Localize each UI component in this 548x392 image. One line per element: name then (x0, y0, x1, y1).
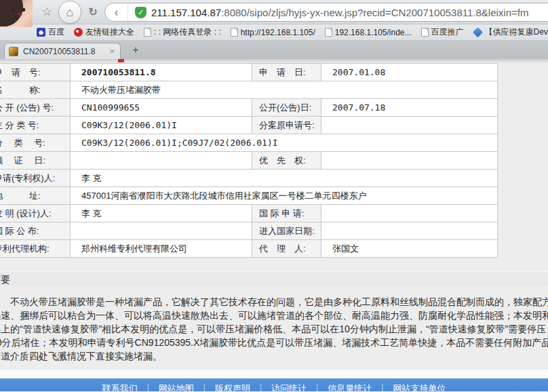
bookmark-label: 百度推广 (431, 26, 464, 38)
page-content: 申 请 号: 200710053811.8 申 请 日: 2007.01.08 … (0, 59, 548, 391)
bookmark-item-baidu[interactable]: 百度 (37, 26, 64, 38)
footer-link-visit-stats[interactable]: 访问统计 (271, 383, 307, 391)
field-label: 优 先 权: (252, 152, 321, 170)
field-label: 申请(专利权)人: (0, 170, 71, 187)
bookmark-item-baidu-promo[interactable]: 百度推广 (421, 26, 464, 38)
publication-number: CN100999655 (71, 99, 252, 117)
applicant-address: 457001河南省濮阳市大庆路北段城市信用社家属区一号楼二单元四楼东户 (71, 187, 498, 205)
footer-link-sitemap[interactable]: 网站地图 (159, 383, 194, 391)
field-label: 进入国家日期: (252, 222, 321, 240)
bookmark-star-icon[interactable]: ☆ (38, 4, 56, 20)
bookmark-item-fax-login[interactable]: : : 网络传真登录 : : (144, 26, 221, 38)
field-label: 分 类 号: (0, 134, 71, 152)
bookmarks-bar: 百度 友情链接大全 : : 网络传真登录 : : http://192.168.… (0, 24, 548, 41)
table-row: 地 址: 457001河南省濮阳市大庆路北段城市信用社家属区一号楼二单元四楼东户 (0, 187, 498, 205)
footer-link-copyright[interactable]: 版权声明 (215, 383, 250, 391)
field-label: 公开(公告)日: (252, 99, 321, 117)
international-publication (71, 222, 252, 240)
page-icon (231, 28, 238, 37)
agent-name: 张国文 (321, 240, 498, 258)
bookmark-item-devco[interactable]: 【供应得复康Devco... (473, 26, 548, 38)
url-host: 211.157.104.87 (151, 7, 221, 18)
field-label: 专利代理机构: (0, 240, 71, 258)
field-label: 申 请 号: (0, 64, 71, 81)
baidu-icon (37, 28, 45, 37)
url-path: :8080/sipo/zljs/hyjs-yx-new.jsp?recid=CN… (221, 7, 528, 18)
footer-separator: | (260, 383, 262, 391)
abstract-line: 50分后堵住；本发明和申请专利号CN91205395.X堵漏胶带比优点是可以带压… (0, 336, 548, 349)
table-row: 申 请 号: 200710053811.8 申 请 日: 2007.01.08 (0, 64, 498, 81)
bookmark-label: 百度 (48, 26, 64, 38)
devco-icon (472, 27, 482, 37)
national-entry-date (321, 222, 498, 240)
page-icon (144, 28, 151, 37)
application-date: 2007.01.08 (321, 64, 498, 81)
bookmark-label: 【供应得复康Devco... (485, 26, 548, 38)
bookmark-label: 友情链接大全 (85, 26, 134, 38)
patent-detail-table: 申 请 号: 200710053811.8 申 请 日: 2007.01.08 … (0, 63, 498, 258)
inventor-name: 李 克 (71, 205, 252, 222)
division-original-number (321, 117, 498, 134)
footer-gap-strip (0, 370, 548, 378)
footer-separator: | (381, 383, 383, 391)
tab-close-icon[interactable]: × (108, 47, 116, 56)
field-label: 分案原申请号: (252, 117, 321, 134)
footer-separator: | (147, 383, 149, 391)
field-label: 国 际 公 布: (0, 222, 71, 240)
table-row: 颁 证 日: 优 先 权: (0, 152, 498, 170)
abstract-line: 迅速、捆绑后可以粘合为一体、可以将高温快速散热出去、可以施堵管道的各个部位、耐高… (0, 309, 548, 322)
patent-title: 不动火带压堵漏胶带 (71, 81, 498, 99)
field-label: 名 称: (0, 81, 71, 99)
url-bar[interactable]: ‹ 211.157.104.87:8080/sipo/zljs/hyjs-yx-… (104, 3, 548, 22)
red-marker (118, 59, 124, 62)
back-button[interactable]: ‹ (105, 3, 128, 21)
tab-favicon (9, 47, 18, 56)
abstract-line: 管道介质四处飞溅情况下直接实施堵漏。 (0, 349, 548, 363)
security-shield-icon[interactable] (135, 7, 146, 18)
home-button[interactable]: ⌂ (58, 1, 81, 24)
browser-toolbar: ☆ ⌂ ↻ ‹ 211.157.104.87:8080/sipo/zljs/hy… (0, 0, 548, 24)
tab-active[interactable]: CN200710053811.8 × (4, 43, 121, 59)
field-label: 申 请 日: (252, 64, 321, 81)
field-label: 地 址: (0, 187, 71, 205)
priority (321, 152, 498, 170)
field-label: 颁 证 日: (0, 152, 71, 170)
field-label: 代 理 人: (252, 240, 321, 258)
publication-date: 2007.07.18 (321, 99, 498, 117)
international-application (321, 205, 498, 222)
main-class-code: C09K3/12(2006.01)I (71, 117, 252, 134)
footer-link-support-unit[interactable]: 网站支持单位 (393, 383, 446, 391)
refresh-button[interactable]: ↻ (84, 4, 102, 20)
table-row: 申请(专利权)人: 李 克 (0, 170, 498, 187)
field-label: 国 际 申 请: (252, 205, 321, 222)
field-label: 公 开 (公告) 号: (0, 99, 71, 117)
bookmark-item-ip-105-index[interactable]: 192.168.1.105/inde... (325, 28, 412, 37)
abstract-line: 不动火带压堵漏胶带是一种堵漏产品，它解决了其它技术存在的问题，它是由多种化工原料… (0, 295, 548, 309)
applicant-name: 李 克 (71, 170, 498, 187)
footer-link-contact[interactable]: 联系我们 (102, 383, 138, 391)
table-row: 专利代理机构: 郑州科维专利代理有限公司 代 理 人: 张国文 (0, 240, 498, 258)
class-codes: C09K3/12(2006.01)I;C09J7/02(2006.01)I (71, 134, 498, 152)
abstract-text: 不动火带压堵漏胶带是一种堵漏产品，它解决了其它技术存在的问题，它是由多种化工原料… (0, 295, 548, 363)
abstract-heading: 摘要 (0, 271, 548, 286)
table-row: 国 际 公 布: 进入国家日期: (0, 222, 498, 240)
site-footer: 联系我们 | 网站地图 | 版权声明 | 访问统计 | 信息量统计 | 网站支持… (0, 378, 548, 391)
bookmark-label: : : 网络传真登录 : : (154, 26, 221, 38)
field-label: 发 明 (设计)人: (0, 205, 71, 222)
bookmark-item-links[interactable]: 友情链接大全 (74, 26, 134, 38)
table-row: 主 分 类 号: C09K3/12(2006.01)I 分案原申请号: (0, 117, 498, 134)
certificate-date (71, 152, 252, 170)
page-icon (421, 28, 429, 37)
url-text: 211.157.104.87:8080/sipo/zljs/hyjs-yx-ne… (151, 7, 528, 18)
bookmark-item-ip-105[interactable]: http://192.168.1.105/ (231, 28, 315, 37)
new-tab-button[interactable]: + (128, 43, 144, 57)
bookmark-label: 192.168.1.105/inde... (335, 28, 412, 37)
webcam-photo (0, 0, 33, 27)
footer-link-info-stats[interactable]: 信息量统计 (328, 383, 372, 391)
browser-window: ☆ ⌂ ↻ ‹ 211.157.104.87:8080/sipo/zljs/hy… (0, 0, 548, 392)
table-row: 分 类 号: C09K3/12(2006.01)I;C09J7/02(2006.… (0, 134, 498, 152)
tab-title: CN200710053811.8 (23, 47, 108, 56)
table-row: 公 开 (公告) 号: CN100999655 公开(公告)日: 2007.07… (0, 99, 498, 117)
table-row: 名 称: 不动火带压堵漏胶带 (0, 81, 498, 99)
table-row: 发 明 (设计)人: 李 克 国 际 申 请: (0, 205, 498, 222)
